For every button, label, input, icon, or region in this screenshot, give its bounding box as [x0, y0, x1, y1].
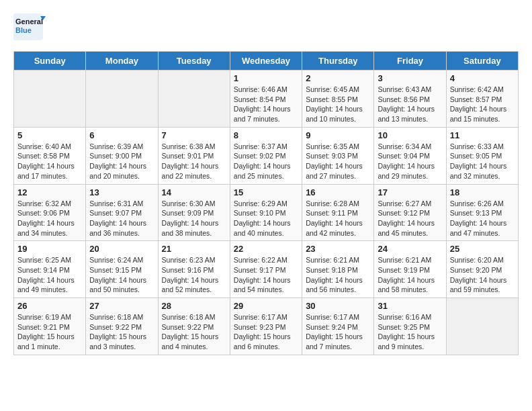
logo-svg: General Blue	[13, 13, 47, 40]
day-number: 10	[378, 130, 442, 140]
svg-text:General: General	[15, 17, 43, 26]
calendar-cell: 23Sunrise: 6:21 AMSunset: 9:18 PMDayligh…	[302, 241, 374, 298]
calendar-cell: 30Sunrise: 6:17 AMSunset: 9:24 PMDayligh…	[302, 298, 374, 355]
day-info: Sunrise: 6:25 AMSunset: 9:14 PMDaylight:…	[17, 255, 82, 295]
calendar-cell: 11Sunrise: 6:33 AMSunset: 9:05 PMDayligh…	[446, 127, 518, 184]
day-number: 1	[234, 73, 298, 83]
calendar-cell: 31Sunrise: 6:16 AMSunset: 9:25 PMDayligh…	[374, 298, 446, 355]
day-of-week-tuesday: Tuesday	[158, 52, 230, 71]
calendar-cell: 14Sunrise: 6:30 AMSunset: 9:09 PMDayligh…	[158, 184, 230, 241]
day-info: Sunrise: 6:45 AMSunset: 8:55 PMDaylight:…	[306, 85, 370, 124]
day-info: Sunrise: 6:17 AMSunset: 9:23 PMDaylight:…	[234, 312, 298, 352]
calendar-cell: 29Sunrise: 6:17 AMSunset: 9:23 PMDayligh…	[230, 298, 302, 355]
page-header: General Blue	[13, 13, 519, 40]
calendar-cell: 2Sunrise: 6:45 AMSunset: 8:55 PMDaylight…	[302, 71, 374, 128]
day-info: Sunrise: 6:27 AMSunset: 9:12 PMDaylight:…	[378, 199, 442, 238]
day-number: 12	[17, 187, 82, 197]
calendar-header: SundayMondayTuesdayWednesdayThursdayFrid…	[14, 52, 519, 71]
calendar-cell: 22Sunrise: 6:22 AMSunset: 9:17 PMDayligh…	[230, 241, 302, 298]
day-info: Sunrise: 6:19 AMSunset: 9:21 PMDaylight:…	[17, 312, 82, 352]
calendar-cell: 16Sunrise: 6:28 AMSunset: 9:11 PMDayligh…	[302, 184, 374, 241]
day-info: Sunrise: 6:26 AMSunset: 9:13 PMDaylight:…	[450, 199, 515, 238]
day-number: 14	[162, 187, 226, 197]
day-number: 4	[450, 73, 515, 83]
day-info: Sunrise: 6:21 AMSunset: 9:18 PMDaylight:…	[306, 255, 370, 295]
day-of-week-friday: Friday	[374, 52, 446, 71]
day-info: Sunrise: 6:37 AMSunset: 9:02 PMDaylight:…	[234, 142, 298, 181]
day-number: 3	[378, 73, 442, 83]
day-number: 5	[17, 130, 82, 140]
day-number: 23	[306, 244, 370, 254]
day-info: Sunrise: 6:21 AMSunset: 9:19 PMDaylight:…	[378, 255, 442, 295]
day-info: Sunrise: 6:16 AMSunset: 9:25 PMDaylight:…	[378, 312, 442, 352]
calendar-cell: 3Sunrise: 6:43 AMSunset: 8:56 PMDaylight…	[374, 71, 446, 128]
day-number: 29	[234, 301, 298, 311]
calendar-cell: 18Sunrise: 6:26 AMSunset: 9:13 PMDayligh…	[446, 184, 518, 241]
day-number: 26	[17, 301, 82, 311]
week-row-4: 19Sunrise: 6:25 AMSunset: 9:14 PMDayligh…	[14, 241, 519, 298]
calendar-cell: 9Sunrise: 6:35 AMSunset: 9:03 PMDaylight…	[302, 127, 374, 184]
day-number: 7	[162, 130, 226, 140]
calendar-cell: 1Sunrise: 6:46 AMSunset: 8:54 PMDaylight…	[230, 71, 302, 128]
day-info: Sunrise: 6:18 AMSunset: 9:22 PMDaylight:…	[162, 312, 226, 352]
calendar-cell: 6Sunrise: 6:39 AMSunset: 9:00 PMDaylight…	[86, 127, 158, 184]
day-info: Sunrise: 6:30 AMSunset: 9:09 PMDaylight:…	[162, 199, 226, 238]
day-info: Sunrise: 6:35 AMSunset: 9:03 PMDaylight:…	[306, 142, 370, 181]
day-number: 31	[378, 301, 442, 311]
day-number: 15	[234, 187, 298, 197]
day-info: Sunrise: 6:31 AMSunset: 9:07 PMDaylight:…	[89, 199, 154, 238]
day-number: 19	[17, 244, 82, 254]
calendar-cell: 24Sunrise: 6:21 AMSunset: 9:19 PMDayligh…	[374, 241, 446, 298]
week-row-5: 26Sunrise: 6:19 AMSunset: 9:21 PMDayligh…	[14, 298, 519, 355]
day-info: Sunrise: 6:34 AMSunset: 9:04 PMDaylight:…	[378, 142, 442, 181]
calendar-cell: 27Sunrise: 6:18 AMSunset: 9:22 PMDayligh…	[86, 298, 158, 355]
day-number: 20	[89, 244, 154, 254]
calendar-cell: 7Sunrise: 6:38 AMSunset: 9:01 PMDaylight…	[158, 127, 230, 184]
svg-text:Blue: Blue	[15, 26, 32, 34]
day-info: Sunrise: 6:23 AMSunset: 9:16 PMDaylight:…	[162, 255, 226, 295]
day-info: Sunrise: 6:32 AMSunset: 9:06 PMDaylight:…	[17, 199, 82, 238]
day-number: 27	[89, 301, 154, 311]
calendar-table: SundayMondayTuesdayWednesdayThursdayFrid…	[13, 51, 519, 355]
day-info: Sunrise: 6:18 AMSunset: 9:22 PMDaylight:…	[89, 312, 154, 352]
day-of-week-sunday: Sunday	[14, 52, 86, 71]
calendar-body: 1Sunrise: 6:46 AMSunset: 8:54 PMDaylight…	[14, 71, 519, 355]
day-number: 13	[89, 187, 154, 197]
calendar-cell	[158, 71, 230, 128]
week-row-3: 12Sunrise: 6:32 AMSunset: 9:06 PMDayligh…	[14, 184, 519, 241]
day-number: 21	[162, 244, 226, 254]
day-number: 28	[162, 301, 226, 311]
day-info: Sunrise: 6:42 AMSunset: 8:57 PMDaylight:…	[450, 85, 515, 124]
calendar-cell: 19Sunrise: 6:25 AMSunset: 9:14 PMDayligh…	[14, 241, 86, 298]
calendar-cell: 8Sunrise: 6:37 AMSunset: 9:02 PMDaylight…	[230, 127, 302, 184]
day-of-week-saturday: Saturday	[446, 52, 518, 71]
logo: General Blue	[13, 13, 47, 40]
calendar-cell: 20Sunrise: 6:24 AMSunset: 9:15 PMDayligh…	[86, 241, 158, 298]
day-number: 9	[306, 130, 370, 140]
day-info: Sunrise: 6:29 AMSunset: 9:10 PMDaylight:…	[234, 199, 298, 238]
day-of-week-wednesday: Wednesday	[230, 52, 302, 71]
day-number: 16	[306, 187, 370, 197]
day-number: 8	[234, 130, 298, 140]
days-of-week-row: SundayMondayTuesdayWednesdayThursdayFrid…	[14, 52, 519, 71]
calendar-cell: 4Sunrise: 6:42 AMSunset: 8:57 PMDaylight…	[446, 71, 518, 128]
calendar-cell	[86, 71, 158, 128]
calendar-cell: 17Sunrise: 6:27 AMSunset: 9:12 PMDayligh…	[374, 184, 446, 241]
calendar-cell: 21Sunrise: 6:23 AMSunset: 9:16 PMDayligh…	[158, 241, 230, 298]
day-of-week-monday: Monday	[86, 52, 158, 71]
week-row-1: 1Sunrise: 6:46 AMSunset: 8:54 PMDaylight…	[14, 71, 519, 128]
day-number: 30	[306, 301, 370, 311]
calendar-cell: 10Sunrise: 6:34 AMSunset: 9:04 PMDayligh…	[374, 127, 446, 184]
day-info: Sunrise: 6:39 AMSunset: 9:00 PMDaylight:…	[89, 142, 154, 181]
calendar-cell	[14, 71, 86, 128]
day-of-week-thursday: Thursday	[302, 52, 374, 71]
day-number: 22	[234, 244, 298, 254]
calendar-cell: 13Sunrise: 6:31 AMSunset: 9:07 PMDayligh…	[86, 184, 158, 241]
week-row-2: 5Sunrise: 6:40 AMSunset: 8:58 PMDaylight…	[14, 127, 519, 184]
calendar-cell: 26Sunrise: 6:19 AMSunset: 9:21 PMDayligh…	[14, 298, 86, 355]
day-info: Sunrise: 6:28 AMSunset: 9:11 PMDaylight:…	[306, 199, 370, 238]
calendar-cell: 28Sunrise: 6:18 AMSunset: 9:22 PMDayligh…	[158, 298, 230, 355]
calendar-cell	[446, 298, 518, 355]
calendar-cell: 12Sunrise: 6:32 AMSunset: 9:06 PMDayligh…	[14, 184, 86, 241]
calendar-cell: 5Sunrise: 6:40 AMSunset: 8:58 PMDaylight…	[14, 127, 86, 184]
